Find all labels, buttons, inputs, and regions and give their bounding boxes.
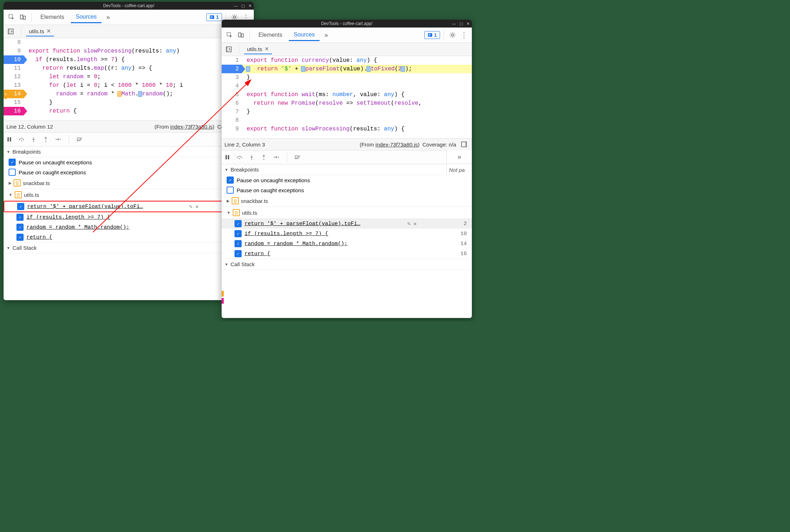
minimize-button[interactable]: —	[452, 21, 456, 26]
close-icon[interactable]: ✕	[46, 28, 51, 34]
code-line[interactable]: 9export function slowProcessing(results:…	[4, 47, 254, 55]
checkbox-checked-icon[interactable]: ✓	[9, 159, 16, 166]
file-tab-utils[interactable]: utils.ts ✕	[244, 44, 272, 54]
sidepanel-more-icon[interactable]: »	[447, 150, 472, 164]
maximize-button[interactable]: ▢	[241, 4, 245, 8]
breakpoint-row[interactable]: ✓if (results.length >= 7) {10	[222, 229, 472, 239]
issues-badge[interactable]: 1	[206, 13, 222, 21]
code-line[interactable]: 11 return results.map((r: any) => {	[4, 64, 254, 73]
breakpoints-header[interactable]: ▼ Breakpoints	[222, 164, 472, 175]
issues-badge[interactable]: 1	[424, 31, 440, 39]
sourcemap-link[interactable]: index-73f73a80.js	[375, 141, 418, 148]
device-toolbar-icon[interactable]	[18, 12, 28, 22]
code-line[interactable]: 6 return new Promise(resolve => setTimeo…	[222, 99, 472, 108]
navigator-toggle-icon[interactable]	[224, 44, 234, 54]
code-editor[interactable]: 89export function slowProcessing(results…	[4, 38, 254, 120]
navigator-toggle-icon[interactable]	[6, 26, 16, 36]
line-number[interactable]: 4	[222, 82, 242, 90]
step-icon[interactable]	[54, 136, 61, 143]
pause-uncaught-row[interactable]: ✓ Pause on uncaught exceptions	[222, 175, 472, 185]
file-tab-utils[interactable]: utils.ts ✕	[26, 26, 54, 36]
step-over-icon[interactable]	[18, 136, 25, 143]
step-icon[interactable]	[272, 154, 280, 161]
close-button[interactable]: ✕	[466, 21, 470, 26]
code-line[interactable]: 12 let random = 0;	[4, 73, 254, 81]
line-number[interactable]: 10	[4, 55, 24, 64]
tab-sources[interactable]: Sources	[289, 29, 320, 41]
line-number[interactable]: 7	[222, 108, 242, 116]
checkbox-unchecked-icon[interactable]	[9, 169, 16, 176]
sourcemap-link[interactable]: index-73f73a80.js	[170, 124, 212, 130]
code-line[interactable]: 14? random = random * Math.random();	[4, 90, 254, 98]
line-number[interactable]: 13	[4, 81, 24, 90]
line-number[interactable]: 14?	[4, 90, 24, 98]
checkbox-checked-icon[interactable]: ✓	[16, 214, 24, 221]
pause-caught-row[interactable]: Pause on caught exceptions	[4, 167, 254, 177]
checkbox-unchecked-icon[interactable]	[227, 187, 234, 194]
checkbox-checked-icon[interactable]: ✓	[16, 234, 24, 241]
code-line[interactable]: 9export function slowProcessing(results:…	[222, 125, 472, 133]
code-line[interactable]: 10 if (results.length >= 7) {	[4, 55, 254, 64]
step-out-icon[interactable]	[260, 154, 267, 161]
code-line[interactable]: 2 return '$' + parseFloat(value).toFixed…	[222, 65, 472, 73]
breakpoint-row[interactable]: ✓return {16	[222, 249, 472, 259]
callstack-header[interactable]: ▼ Call Stack	[222, 259, 472, 270]
maximize-button[interactable]: ▢	[459, 21, 463, 26]
deactivate-breakpoints-icon[interactable]	[76, 136, 83, 143]
tab-sources[interactable]: Sources	[71, 11, 102, 23]
breakpoint-row[interactable]: ✓return {16	[4, 232, 254, 242]
line-number[interactable]: 8	[222, 116, 242, 125]
more-tabs-icon[interactable]: »	[321, 30, 331, 40]
code-line[interactable]: 3}	[222, 73, 472, 82]
delete-icon[interactable]: ✕	[196, 203, 199, 210]
delete-icon[interactable]: ✕	[414, 220, 417, 227]
code-line[interactable]: 16 return {	[4, 107, 254, 115]
checkbox-checked-icon[interactable]: ✓	[234, 240, 242, 247]
callstack-header[interactable]: ▼ Call Stack	[4, 242, 254, 253]
code-editor[interactable]: 1export function currency(value: any) {2…	[222, 56, 472, 138]
more-tabs-icon[interactable]: »	[103, 12, 113, 22]
code-line[interactable]: 7}	[222, 108, 472, 116]
breakpoints-header[interactable]: ▼ Breakpoints	[4, 146, 254, 157]
pause-icon[interactable]	[224, 154, 231, 161]
breakpoint-file-utils[interactable]: ▼ {} utils.ts	[222, 207, 472, 219]
line-number[interactable]: 1	[222, 56, 242, 65]
tab-elements[interactable]: Elements	[253, 30, 287, 40]
line-number[interactable]: 9	[4, 47, 24, 55]
breakpoint-row[interactable]: ✓if (results.length >= 7) {10	[4, 212, 254, 222]
edit-icon[interactable]: ✎	[407, 220, 410, 227]
line-number[interactable]: 11	[4, 64, 24, 73]
line-number[interactable]: 9	[222, 125, 242, 133]
code-line[interactable]: 8	[4, 38, 254, 47]
pause-uncaught-row[interactable]: ✓ Pause on uncaught exceptions	[4, 157, 254, 167]
breakpoint-row[interactable]: ✓random = random * Math.random();14	[4, 222, 254, 232]
deactivate-breakpoints-icon[interactable]	[294, 154, 301, 161]
pause-icon[interactable]	[6, 136, 13, 143]
code-line[interactable]: 15 }	[4, 98, 254, 107]
line-number[interactable]: 3	[222, 73, 242, 82]
checkbox-checked-icon[interactable]: ✓	[234, 230, 242, 237]
code-line[interactable]: 4	[222, 82, 472, 90]
checkbox-checked-icon[interactable]: ✓	[234, 250, 242, 257]
breakpoint-row[interactable]: ✓return '$' + parseFloat(value).toFi…✎✕2	[4, 201, 254, 212]
settings-icon[interactable]	[448, 30, 458, 40]
tab-elements[interactable]: Elements	[35, 12, 69, 23]
step-into-icon[interactable]	[30, 136, 37, 143]
breakpoint-file-snackbar[interactable]: ▶ {} snackbar.ts	[222, 195, 472, 207]
close-button[interactable]: ✕	[248, 4, 252, 8]
line-number[interactable]: 15	[4, 98, 24, 107]
code-line[interactable]: 8	[222, 116, 472, 125]
checkbox-checked-icon[interactable]: ✓	[16, 224, 24, 231]
device-toolbar-icon[interactable]	[236, 30, 246, 40]
inspect-icon[interactable]	[224, 30, 234, 40]
line-number[interactable]: 5	[222, 90, 242, 99]
line-number[interactable]: 16	[4, 107, 24, 115]
code-line[interactable]: 5export function wait(ms: number, value:…	[222, 90, 472, 99]
sidebar-toggle-icon[interactable]	[459, 139, 469, 149]
breakpoint-row[interactable]: ✓random = random * Math.random();14	[222, 239, 472, 249]
code-line[interactable]: 13 for (let i = 0; i < 1000 * 1000 * 10;…	[4, 81, 254, 90]
code-line[interactable]: 1export function currency(value: any) {	[222, 56, 472, 65]
edit-icon[interactable]: ✎	[189, 203, 192, 210]
breakpoint-row[interactable]: ✓return '$' + parseFloat(value).toFi…✎✕2	[222, 219, 472, 229]
checkbox-checked-icon[interactable]: ✓	[234, 220, 242, 227]
